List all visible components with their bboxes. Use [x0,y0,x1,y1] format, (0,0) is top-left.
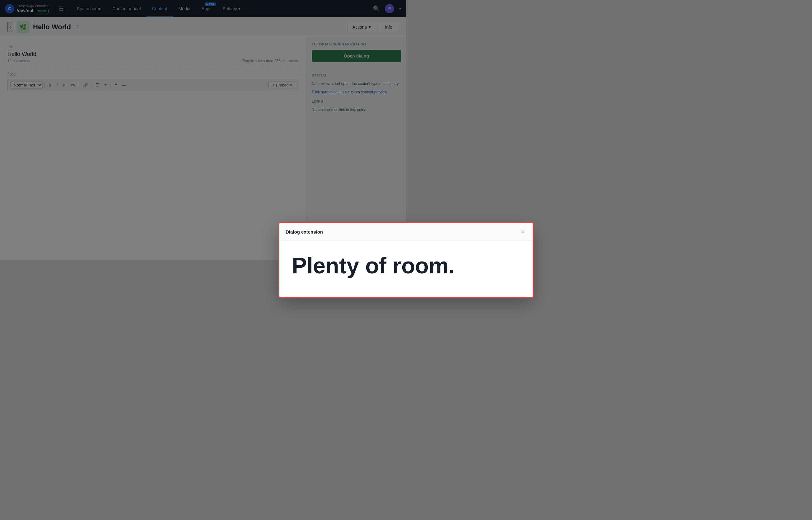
dialog-modal: Dialog extension × Plenty of room. [278,222,406,260]
dialog-body: Plenty of room. [279,241,406,260]
dialog-title: Dialog extension [286,229,323,234]
dialog-big-text: Plenty of room. [292,254,406,260]
dialog-header: Dialog extension × [279,223,406,241]
dialog-overlay[interactable]: Dialog extension × Plenty of room. [0,0,406,260]
